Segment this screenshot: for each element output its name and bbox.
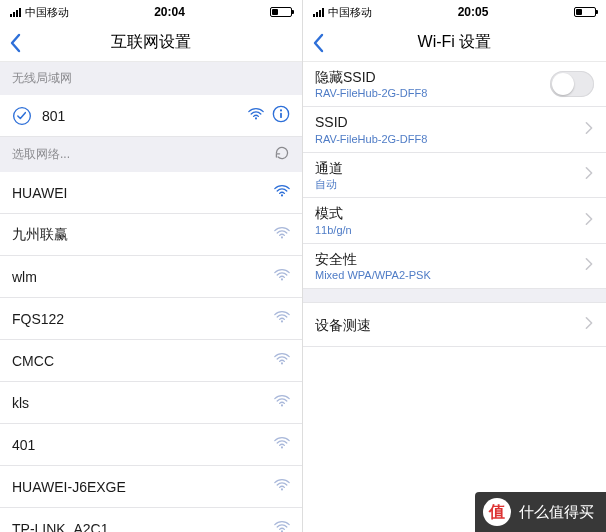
battery-icon	[270, 7, 292, 17]
chevron-left-icon	[311, 33, 325, 53]
svg-point-9	[281, 362, 283, 364]
wifi-icon	[274, 394, 290, 411]
svg-point-8	[281, 320, 283, 322]
network-name: CMCC	[12, 353, 274, 369]
watermark-badge: 值	[483, 498, 511, 526]
page-title: Wi-Fi 设置	[418, 32, 492, 53]
time-label: 20:04	[154, 5, 185, 19]
selected-network-row[interactable]: 801	[0, 95, 302, 137]
signal-icon	[313, 8, 324, 17]
battery-icon	[574, 7, 596, 17]
wifi-icon	[274, 310, 290, 327]
network-row[interactable]: HUAWEI-J6EXGE	[0, 466, 302, 508]
checkmark-icon	[12, 106, 32, 126]
network-row[interactable]: CMCC	[0, 340, 302, 382]
watermark: 值 什么值得买	[475, 492, 606, 532]
svg-point-7	[281, 278, 283, 280]
nav-header: Wi-Fi 设置	[303, 24, 606, 62]
chevron-right-icon	[584, 166, 594, 184]
status-bar: 中国移动 20:05	[303, 0, 606, 24]
wifi-icon	[274, 436, 290, 453]
screen-internet-settings: 中国移动 20:04 互联网设置 无线局域网 801	[0, 0, 303, 532]
wifi-icon	[274, 352, 290, 369]
wifi-icon	[274, 268, 290, 285]
network-row[interactable]: 九州联赢	[0, 214, 302, 256]
row-hide-ssid[interactable]: 隐藏SSID RAV-FileHub-2G-DFF8	[303, 62, 606, 107]
row-security[interactable]: 安全性 Mixed WPA/WPA2-PSK	[303, 244, 606, 289]
network-row[interactable]: HUAWEI	[0, 172, 302, 214]
toggle-switch[interactable]	[550, 71, 594, 97]
refresh-icon[interactable]	[274, 145, 290, 164]
wifi-icon	[248, 107, 264, 124]
network-name: TP-LINK_A2C1	[12, 521, 274, 533]
network-row[interactable]: FQS122	[0, 298, 302, 340]
network-name: 801	[42, 108, 248, 124]
chevron-right-icon	[584, 257, 594, 275]
chevron-right-icon	[584, 121, 594, 139]
network-row[interactable]: TP-LINK_A2C1	[0, 508, 302, 532]
wifi-icon	[274, 520, 290, 532]
svg-point-12	[281, 488, 283, 490]
signal-icon	[10, 8, 21, 17]
network-name: wlm	[12, 269, 274, 285]
page-title: 互联网设置	[111, 32, 191, 53]
row-mode[interactable]: 模式 11b/g/n	[303, 198, 606, 243]
section-gap	[303, 289, 606, 303]
chevron-right-icon	[584, 316, 594, 334]
wifi-icon	[274, 226, 290, 243]
status-bar: 中国移动 20:04	[0, 0, 302, 24]
section-header-choose: 选取网络...	[0, 137, 302, 172]
svg-point-6	[281, 236, 283, 238]
network-name: HUAWEI	[12, 185, 274, 201]
carrier-label: 中国移动	[25, 5, 69, 20]
chevron-right-icon	[584, 212, 594, 230]
section-header-wlan: 无线局域网	[0, 62, 302, 95]
nav-header: 互联网设置	[0, 24, 302, 62]
network-row[interactable]: wlm	[0, 256, 302, 298]
network-name: kls	[12, 395, 274, 411]
network-name: HUAWEI-J6EXGE	[12, 479, 274, 495]
network-row[interactable]: 401	[0, 424, 302, 466]
info-icon[interactable]	[272, 105, 290, 126]
svg-point-5	[281, 194, 283, 196]
svg-point-11	[281, 446, 283, 448]
network-name: 九州联赢	[12, 226, 274, 244]
row-speedtest[interactable]: 设备测速	[303, 303, 606, 347]
svg-point-3	[280, 109, 282, 111]
svg-point-1	[255, 117, 257, 119]
network-name: FQS122	[12, 311, 274, 327]
screen-wifi-settings: 中国移动 20:05 Wi-Fi 设置 隐藏SSID RAV-FileHub-2…	[303, 0, 606, 532]
wifi-icon	[274, 478, 290, 495]
svg-point-10	[281, 404, 283, 406]
chevron-left-icon	[8, 33, 22, 53]
row-ssid[interactable]: SSID RAV-FileHub-2G-DFF8	[303, 107, 606, 152]
back-button[interactable]	[311, 24, 325, 61]
svg-rect-4	[280, 113, 282, 118]
time-label: 20:05	[458, 5, 489, 19]
watermark-text: 什么值得买	[519, 503, 594, 522]
row-channel[interactable]: 通道 自动	[303, 153, 606, 198]
wifi-icon	[274, 184, 290, 201]
network-row[interactable]: kls	[0, 382, 302, 424]
carrier-label: 中国移动	[328, 5, 372, 20]
network-name: 401	[12, 437, 274, 453]
back-button[interactable]	[8, 24, 22, 61]
